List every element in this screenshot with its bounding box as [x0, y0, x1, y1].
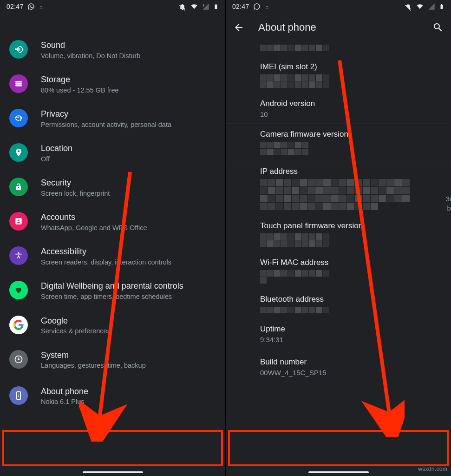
about-item-build-number[interactable]: Build number 00WW_4_15C_SP15: [226, 349, 451, 389]
system-icon: i: [9, 350, 28, 369]
settings-item-wellbeing[interactable]: Digital Wellbeing and parental controls …: [0, 273, 225, 308]
item-subtitle: Screen lock, fingerprint: [41, 189, 110, 198]
annotation-box-about-phone: [2, 430, 223, 466]
redacted-value: [260, 270, 332, 284]
item-title: Privacy: [41, 109, 171, 119]
item-title: Security: [41, 178, 110, 188]
about-item-bluetooth-address[interactable]: Bluetooth address: [226, 289, 451, 319]
settings-item-accessibility[interactable]: Accessibility Screen readers, display, i…: [0, 239, 225, 273]
svg-point-3: [18, 252, 19, 254]
svg-point-5: [18, 358, 20, 360]
about-phone-screen: 02:47 About phone: [226, 0, 451, 476]
about-item-ip-address[interactable]: IP address 3d35 bf: [226, 161, 451, 216]
clock-text: 02:47: [7, 3, 24, 10]
settings-item-system[interactable]: i System Languages, gestures, time, back…: [0, 343, 225, 377]
about-item-camera-firmware[interactable]: Camera firmware version: [226, 124, 451, 161]
download-icon: [39, 3, 44, 10]
settings-item-location[interactable]: Location Off: [0, 136, 225, 170]
about-item-android-version[interactable]: Android version 10: [226, 93, 451, 124]
security-icon: [9, 178, 28, 196]
clock-text: 02:47: [232, 3, 249, 10]
dnd-icon: [178, 3, 186, 11]
item-title: About phone: [41, 386, 88, 397]
settings-item-privacy[interactable]: Privacy Permissions, account activity, p…: [0, 101, 225, 136]
item-subtitle: Permissions, account activity, personal …: [41, 120, 171, 130]
accounts-icon: [9, 212, 28, 231]
back-button[interactable]: [232, 21, 245, 34]
svg-text:i: i: [18, 356, 19, 358]
nav-pill[interactable]: [308, 471, 369, 473]
item-subtitle: Languages, gestures, time, backup: [41, 361, 146, 370]
wifi-icon: [190, 3, 198, 10]
about-title: Build number: [260, 357, 442, 367]
google-icon: [9, 316, 28, 334]
privacy-icon: [9, 109, 28, 127]
item-title: Accessibility: [41, 246, 171, 257]
status-bar: 02:47: [226, 0, 451, 13]
search-button[interactable]: [431, 21, 444, 34]
settings-item-sound[interactable]: Sound Volume, vibration, Do Not Disturb: [0, 33, 225, 67]
about-item-redacted-top[interactable]: [226, 45, 451, 57]
item-subtitle: 80% used - 12.55 GB free: [41, 86, 119, 95]
location-icon: [9, 143, 28, 162]
settings-item-security[interactable]: Security Screen lock, fingerprint: [0, 170, 225, 205]
screen-title: About phone: [258, 21, 418, 33]
about-phone-icon: i: [9, 386, 28, 405]
about-title: IMEI (sim slot 2): [260, 62, 442, 72]
item-title: Sound: [41, 40, 140, 51]
redacted-value: [260, 142, 311, 155]
item-title: System: [41, 350, 146, 361]
wellbeing-icon: [9, 281, 28, 299]
item-title: Location: [41, 143, 72, 154]
accessibility-icon: [9, 246, 28, 265]
about-item-imei2[interactable]: IMEI (sim slot 2): [226, 57, 451, 93]
wifi-icon: [416, 3, 424, 10]
whatsapp-icon: [27, 3, 35, 10]
about-title: Camera firmware version: [260, 130, 442, 139]
redacted-value: [260, 74, 330, 88]
item-title: Storage: [41, 74, 119, 85]
battery-icon: [213, 2, 219, 11]
sound-icon: [9, 40, 28, 59]
item-subtitle: Screen time, app timers, bedtime schedul…: [41, 292, 183, 302]
about-value: 9:34:31: [260, 336, 442, 344]
item-subtitle: Services & preferences: [41, 327, 111, 336]
nav-pill[interactable]: [83, 471, 143, 473]
about-title: Uptime: [260, 324, 442, 334]
about-title: Touch panel firmware version: [260, 221, 442, 231]
about-list[interactable]: IMEI (sim slot 2) Android version 10 Cam…: [226, 45, 451, 389]
about-title: Wi-Fi MAC address: [260, 258, 442, 267]
download-icon: [264, 3, 270, 10]
settings-list[interactable]: Sound Volume, vibration, Do Not Disturb …: [0, 13, 225, 417]
redacted-value: [260, 179, 413, 210]
item-title: Google: [41, 316, 111, 326]
about-title: IP address: [260, 167, 442, 176]
whatsapp-icon: [253, 3, 261, 10]
settings-screen: 02:47: [0, 0, 225, 476]
appbar: About phone: [226, 13, 451, 42]
settings-item-storage[interactable]: Storage 80% used - 12.55 GB free: [0, 67, 225, 101]
item-title: Accounts: [41, 212, 147, 223]
battery-icon: [439, 2, 444, 11]
about-value: 00WW_4_15C_SP15: [260, 369, 442, 377]
settings-item-about-phone[interactable]: i About phone Nokia 6.1 Plus: [0, 377, 225, 417]
settings-item-accounts[interactable]: Accounts WhatsApp, Google and WPS Office: [0, 205, 225, 239]
item-subtitle: Off: [41, 155, 72, 164]
item-title: Digital Wellbeing and parental controls: [41, 281, 183, 291]
about-title: Android version: [260, 99, 442, 108]
svg-text:i: i: [18, 393, 19, 397]
about-item-wifi-mac[interactable]: Wi-Fi MAC address: [226, 252, 451, 289]
signal-icon: [202, 3, 209, 10]
about-item-touch-firmware[interactable]: Touch panel firmware version: [226, 216, 451, 252]
ip-hint-1: 3d35: [446, 195, 451, 203]
about-item-uptime[interactable]: Uptime 9:34:31: [226, 319, 451, 349]
annotation-box-build-number: [228, 430, 449, 466]
item-subtitle: Nokia 6.1 Plus: [41, 397, 88, 407]
item-subtitle: Volume, vibration, Do Not Disturb: [41, 52, 140, 61]
status-bar: 02:47: [0, 0, 225, 13]
signal-icon: [428, 3, 435, 10]
redacted-value: [260, 45, 330, 51]
settings-item-google[interactable]: Google Services & preferences: [0, 308, 225, 343]
storage-icon: [9, 74, 28, 93]
about-title: Bluetooth address: [260, 295, 442, 304]
